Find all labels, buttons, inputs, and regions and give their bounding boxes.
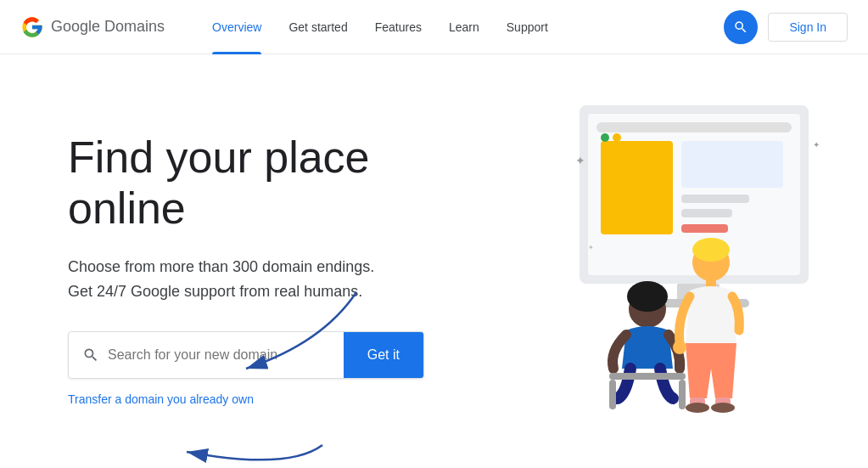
get-it-button[interactable]: Get it <box>344 331 423 379</box>
svg-point-24 <box>673 341 686 354</box>
hero-subtitle: Choose from more than 300 domain endings… <box>68 255 390 304</box>
header: Google Domains Overview Get started Feat… <box>0 0 868 54</box>
search-bar-icon <box>82 347 99 364</box>
domain-search-bar: Get it <box>68 331 424 379</box>
domain-search-input[interactable] <box>108 347 330 363</box>
nav-item-learn[interactable]: Learn <box>435 0 493 54</box>
svg-point-11 <box>613 133 621 142</box>
svg-rect-6 <box>681 141 783 188</box>
svg-text:✦: ✦ <box>813 140 820 149</box>
search-bar-inner <box>69 347 344 364</box>
hero-content: Find your place online Choose from more … <box>68 133 492 406</box>
hero-title: Find your place online <box>68 133 492 234</box>
logo[interactable]: Google Domains <box>20 15 165 39</box>
nav-item-overview[interactable]: Overview <box>199 0 275 54</box>
header-actions: Sign In <box>724 10 848 44</box>
svg-point-28 <box>711 403 735 413</box>
search-icon <box>733 20 748 35</box>
illustration-svg: ✦ ✦ ✦ <box>469 80 826 420</box>
svg-point-16 <box>627 281 668 312</box>
nav-item-features[interactable]: Features <box>361 0 435 54</box>
svg-rect-18 <box>609 373 686 380</box>
hero-section: Find your place online Choose from more … <box>0 54 868 468</box>
svg-point-22 <box>692 238 730 262</box>
nav-item-support[interactable]: Support <box>493 0 562 54</box>
svg-rect-9 <box>681 224 728 233</box>
svg-rect-8 <box>681 209 732 217</box>
svg-rect-7 <box>681 195 749 203</box>
sign-in-button[interactable]: Sign In <box>768 13 848 42</box>
svg-rect-5 <box>601 141 673 234</box>
main-nav: Overview Get started Features Learn Supp… <box>199 0 724 54</box>
google-logo-icon <box>20 15 44 39</box>
transfer-domain-link[interactable]: Transfer a domain you already own <box>68 392 254 406</box>
logo-text: Google Domains <box>51 18 165 36</box>
svg-point-27 <box>686 403 709 413</box>
hero-illustration: ✦ ✦ ✦ <box>469 80 826 420</box>
svg-rect-19 <box>609 380 616 409</box>
svg-text:✦: ✦ <box>588 244 594 251</box>
svg-point-10 <box>601 133 609 142</box>
svg-rect-20 <box>679 380 686 409</box>
header-search-button[interactable] <box>724 10 758 44</box>
nav-item-get-started[interactable]: Get started <box>275 0 361 54</box>
svg-rect-4 <box>596 122 792 133</box>
svg-text:✦: ✦ <box>575 154 585 167</box>
